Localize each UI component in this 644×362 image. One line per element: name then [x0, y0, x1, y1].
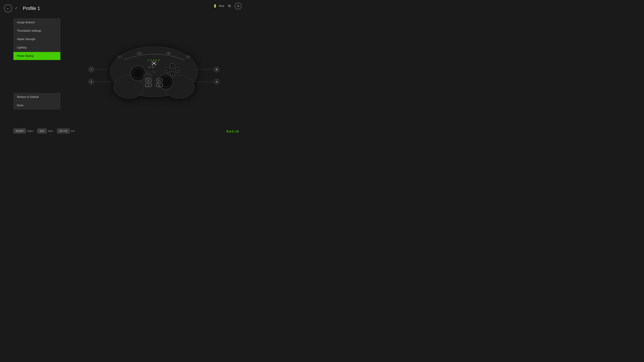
battery-label: Med: [219, 4, 224, 7]
sidebar: Assign Buttons Thumbstick Settings Hapti…: [14, 18, 60, 60]
done-button[interactable]: Done: [14, 101, 60, 109]
svg-text:L: L: [119, 56, 120, 58]
b-button-label: B: [194, 67, 219, 72]
back-button[interactable]: ←: [4, 4, 12, 12]
svg-text:A: A: [172, 73, 173, 76]
sidebar-item-thumbstick-settings[interactable]: Thumbstick Settings: [14, 27, 60, 35]
svg-text:R A Z E R: R A Z E R: [148, 59, 160, 61]
svg-text:X: X: [167, 69, 168, 71]
sidebar-bottom: Restore to Default Done: [14, 93, 60, 109]
header: ← ✓ Profile 1: [0, 0, 244, 17]
controller-image: Y B A X R A Z E R M3 M5 M4 M6: [107, 38, 201, 98]
svg-text:R: R: [188, 56, 189, 58]
restore-default-button[interactable]: Restore to Default: [14, 93, 60, 101]
sidebar-item-assign-buttons[interactable]: Assign Buttons: [14, 18, 60, 26]
razer-logo: RAZ≡R: [226, 130, 239, 133]
profile-check-icon: ✓: [15, 6, 20, 11]
sidebar-item-lighting[interactable]: Lighting: [14, 43, 60, 52]
a-button-label: A: [194, 79, 219, 84]
close-button[interactable]: ✕: [235, 3, 242, 9]
svg-text:M2: M2: [168, 52, 170, 54]
footer: ENTER Select ESC Back Alt + F4 Exit: [14, 129, 77, 133]
battery-icon: 🔋: [213, 4, 217, 8]
svg-text:B: B: [177, 69, 178, 71]
svg-text:M6: M6: [158, 84, 161, 86]
controller-area: Y B A X R A Z E R M3 M5 M4 M6: [70, 17, 238, 120]
settings-button[interactable]: ⚙: [226, 3, 233, 9]
y-button-label: Y: [88, 67, 107, 72]
page-title: Profile 1: [23, 6, 40, 11]
sidebar-item-haptic-strength[interactable]: Haptic Strength: [14, 35, 60, 43]
x-button-label: X: [88, 79, 114, 84]
svg-point-22: [152, 70, 155, 73]
exit-label: Exit: [71, 130, 75, 132]
svg-point-4: [133, 68, 143, 78]
svg-text:Y: Y: [172, 65, 173, 67]
enter-key-button[interactable]: ENTER: [14, 129, 26, 133]
svg-text:M1: M1: [138, 52, 140, 54]
svg-rect-8: [144, 74, 152, 77]
esc-key-button[interactable]: ESC: [37, 129, 47, 133]
back-label: Back: [48, 130, 53, 132]
select-label: Select: [27, 130, 33, 132]
sidebar-item-power-saving[interactable]: Power Saving: [14, 52, 60, 60]
alt-f4-key-button[interactable]: Alt + F4: [57, 129, 70, 133]
svg-rect-20: [148, 66, 150, 68]
top-right-controls: 🔋 Med ⚙ ✕: [213, 3, 242, 9]
svg-text:M3: M3: [148, 80, 150, 81]
svg-text:M4: M4: [158, 80, 161, 81]
svg-text:M5: M5: [148, 84, 150, 86]
svg-rect-21: [152, 66, 154, 68]
